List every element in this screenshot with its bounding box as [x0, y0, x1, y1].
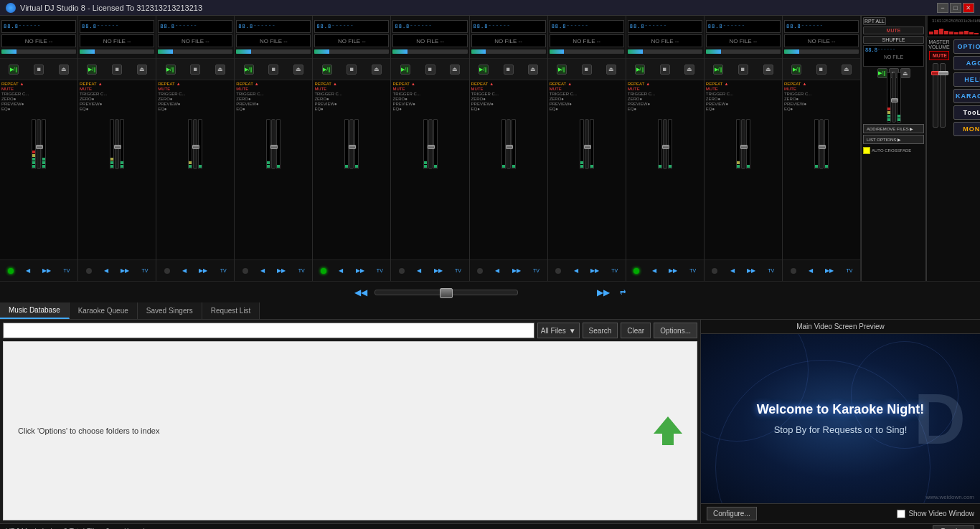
- maximize-button[interactable]: □: [950, 3, 961, 13]
- crossfade-left-arrow[interactable]: ◀◀: [354, 287, 367, 297]
- channel-7-fader[interactable]: [507, 119, 511, 169]
- tab-saved-singers[interactable]: Saved Singers: [138, 302, 202, 319]
- crossfader-container: [374, 290, 590, 295]
- master-eject[interactable]: ⏏: [900, 68, 910, 78]
- shuffle-button[interactable]: SHUFFLE: [863, 36, 924, 44]
- channel-1-preview: PREVIEW●: [1, 102, 76, 106]
- channel-1-fader[interactable]: [37, 119, 41, 169]
- channel-2-play[interactable]: ▶/‖: [87, 65, 97, 75]
- crossfader-thumb: [440, 288, 453, 298]
- channel-8-play[interactable]: ▶/‖: [557, 65, 567, 75]
- crossfade-right-arrow[interactable]: ▶▶: [597, 287, 610, 297]
- channel-8: 88.8⁻⁻⁻⁻⁻⁻ NO FILE -- ▶/‖ ⏹ ⏏ REPEAT▲ MU…: [548, 16, 626, 281]
- vol-options-container: MASTER VOLUME MUTE OPTIONS AGC HELP KARA…: [926, 37, 980, 281]
- channel-2-cue[interactable]: ⏹: [112, 65, 122, 75]
- database-main: All Files ▼ Search Clear Options... Clic…: [0, 320, 700, 523]
- channel-1-progress: [1, 49, 76, 54]
- channel-1: 88.8⁻⁻⁻⁻⁻⁻ NO FILE -- ▶/‖ ⏹ ⏏ REPEAT ▲ M…: [0, 16, 78, 281]
- tools-button[interactable]: TooLs: [953, 105, 980, 120]
- channel-4-fader[interactable]: [271, 119, 275, 169]
- help-button[interactable]: HELP: [953, 72, 980, 87]
- channel-11-play[interactable]: ▶/‖: [791, 65, 801, 75]
- channel-1-next[interactable]: ▶▶: [42, 267, 51, 274]
- eq-visualization: [929, 24, 979, 34]
- tab-music-database[interactable]: Music Database: [0, 302, 70, 319]
- channel-4-play[interactable]: ▶/‖: [244, 65, 254, 75]
- channel-3: 88.8⁻⁻⁻⁻⁻⁻ NO FILE -- ▶/‖ ⏹ ⏏ REPEAT▲ MU…: [156, 16, 235, 281]
- agc-button[interactable]: AGC: [953, 56, 980, 70]
- crossfade-mode-toggle[interactable]: ⇄: [620, 288, 626, 296]
- video-subtitle-text: Stop By for Requests or to Sing!: [774, 424, 908, 435]
- search-input[interactable]: [3, 323, 534, 338]
- filter-dropdown[interactable]: All Files ▼: [537, 323, 580, 338]
- channel-9-fader[interactable]: [663, 119, 667, 169]
- channel-1-status-led: [8, 268, 14, 274]
- channel-1-prev[interactable]: ◀: [26, 267, 30, 274]
- channel-9-play[interactable]: ▶/‖: [635, 65, 645, 75]
- vol-fader-left[interactable]: [933, 63, 938, 128]
- channel-10-play[interactable]: ▶/‖: [713, 65, 723, 75]
- channel-11-fader[interactable]: [819, 119, 824, 169]
- tab-karaoke-queue[interactable]: Karaoke Queue: [70, 302, 138, 319]
- channel-1-fader-row: [1, 112, 76, 169]
- add-remove-files-button[interactable]: ADD/REMOVE FILES ▶: [863, 124, 924, 133]
- channel-10-fader[interactable]: [741, 119, 745, 169]
- channel-1-tv: TV: [63, 268, 70, 273]
- channel-1-cue[interactable]: ⏹: [34, 65, 44, 75]
- channel-7-play[interactable]: ▶/‖: [479, 65, 489, 75]
- crossfader-track[interactable]: [374, 290, 518, 295]
- channel-6-play[interactable]: ▶/‖: [400, 65, 410, 75]
- configure-button[interactable]: Configure...: [707, 507, 757, 520]
- channel-5-play[interactable]: ▶/‖: [322, 65, 332, 75]
- search-button[interactable]: Search: [583, 323, 618, 338]
- options-db-button[interactable]: Options...: [654, 323, 697, 338]
- channel-3-play[interactable]: ▶/‖: [166, 65, 176, 75]
- database-toolbar: All Files ▼ Search Clear Options...: [3, 323, 697, 338]
- video-screen: D Welcome to Karaoke Night! Stop By for …: [701, 334, 980, 503]
- channel-11: 88.8⁻⁻⁻⁻⁻⁻ NO FILE -- ▶/‖ ⏹ ⏏ REPEAT▲ MU…: [783, 16, 861, 281]
- master-mute-button[interactable]: MUTE: [863, 27, 924, 34]
- karaoke-button[interactable]: KARAOKE: [953, 89, 980, 103]
- channel-1-waveform: 88.8⁻⁻⁻⁻⁻⁻: [1, 20, 76, 33]
- mono-button[interactable]: MONO: [953, 122, 980, 136]
- titlebar-left: Virtual DJ Studio 8 - Licensed To 312313…: [6, 3, 202, 13]
- master-volume-panel: MASTER VOLUME MUTE: [926, 37, 951, 281]
- channel-3-fader[interactable]: [193, 119, 197, 169]
- channel-5-fader[interactable]: [349, 119, 354, 169]
- channel-1-eject[interactable]: ⏏: [59, 65, 69, 75]
- minimize-button[interactable]: −: [937, 3, 948, 13]
- vol-fader-right[interactable]: [940, 63, 946, 128]
- channel-1-controls: ▶/‖ ⏹ ⏏: [0, 59, 77, 80]
- master-fader[interactable]: [892, 72, 896, 123]
- window-controls: − □ ✕: [937, 3, 974, 13]
- tab-request-list[interactable]: Request List: [202, 302, 260, 319]
- mute-button[interactable]: MUTE: [929, 51, 949, 60]
- master-volume-label: MASTER VOLUME: [928, 39, 950, 49]
- channel-1-bottom: ◀ ▶▶ TV: [0, 259, 77, 281]
- channel-2-eject[interactable]: ⏏: [137, 65, 147, 75]
- video-preview-panel: Main Video Screen Preview D Welcome to K…: [700, 320, 980, 523]
- channel-1-play[interactable]: ▶/‖: [9, 65, 19, 75]
- close-button[interactable]: ✕: [963, 3, 974, 13]
- options-button[interactable]: OPTIONS: [953, 39, 980, 54]
- auto-crossfade-checkbox[interactable]: [863, 147, 870, 154]
- channel-1-vu-left: [32, 119, 36, 169]
- list-options-button[interactable]: LIST OPTIONS ▶: [863, 135, 924, 144]
- video-panel-title: Main Video Screen Preview: [701, 320, 980, 334]
- channel-9: 88.8⁻⁻⁻⁻⁻⁻ NO FILE -- ▶/‖ ⏹ ⏏ REPEAT▲ MU…: [626, 16, 705, 281]
- channel-8-fader[interactable]: [585, 119, 589, 169]
- master-play[interactable]: ▶/‖: [877, 68, 887, 78]
- master-fader-row: [863, 80, 924, 123]
- top-eq-display: 3163125 2505001k 2k4k8k16k: [926, 16, 980, 37]
- preview-button[interactable]: Preview: [933, 525, 974, 529]
- rpt-all-button[interactable]: RPT ALL: [863, 17, 886, 25]
- channel-2-fader[interactable]: [115, 119, 119, 169]
- channel-1-eq: REPEAT ▲ MUTE TRIGGER C... ZERO● PREVIEW…: [0, 80, 77, 259]
- show-video-checkbox[interactable]: [897, 510, 905, 518]
- upload-icon[interactable]: [654, 416, 682, 445]
- dj-area: 88.8⁻⁻⁻⁻⁻⁻ NO FILE -- ▶/‖ ⏹ ⏏ REPEAT ▲ M…: [0, 16, 980, 281]
- channel-6-fader[interactable]: [428, 119, 433, 169]
- clear-button[interactable]: Clear: [621, 323, 651, 338]
- app-icon: [6, 3, 16, 13]
- master-nofile: NO FILE: [864, 54, 923, 59]
